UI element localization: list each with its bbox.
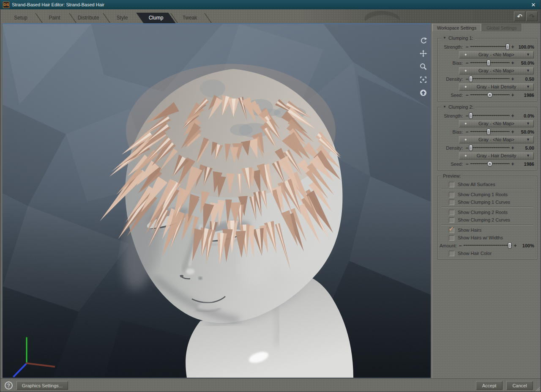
slider-plus[interactable]: +: [511, 77, 515, 81]
tab-clump[interactable]: Clump: [139, 13, 173, 23]
zoom-icon[interactable]: [418, 61, 428, 71]
slider-plus[interactable]: +: [513, 244, 517, 248]
slider-plus[interactable]: +: [511, 93, 515, 97]
frame-icon[interactable]: [418, 74, 428, 85]
title-bar: DS Strand-Based Hair Editor: Strand-Base…: [0, 0, 541, 9]
slider-handle[interactable]: [487, 161, 493, 167]
panel-tab-workspace-settings[interactable]: Workspace Settings: [432, 24, 481, 31]
dropdown-value: Gray - Hair Density: [477, 153, 516, 158]
checkbox-show-clumping-1-curves[interactable]: [449, 200, 454, 205]
checkbox-show-hairs-w-widths[interactable]: [449, 235, 454, 241]
map-dropdown[interactable]: ●Gray - Hair Density▼: [459, 152, 534, 159]
chevron-down-icon: ▼: [526, 137, 530, 143]
dropdown-row: ●Gray - Hair Density▼: [439, 83, 536, 91]
slider-handle[interactable]: [506, 44, 510, 50]
slider-value: 100.0%: [515, 44, 534, 49]
slider-handle[interactable]: [487, 60, 491, 66]
slider-handle[interactable]: [469, 145, 473, 151]
group-preview: Preview:Show All SurfacesShow Clumping 1…: [437, 176, 537, 260]
help-button[interactable]: ?: [5, 381, 13, 389]
slider-handle[interactable]: [487, 92, 493, 98]
slider-track[interactable]: [469, 161, 511, 167]
dropdown-value: Gray - Hair Density: [477, 84, 516, 89]
cancel-button[interactable]: Cancel: [506, 381, 533, 390]
panel-tab-global-settings[interactable]: Global Settings: [482, 24, 521, 31]
dropdown-row: ●Gray - Hair Density▼: [439, 152, 536, 160]
slider-handle[interactable]: [508, 242, 511, 249]
toolbar: SetupPaintDistributeStyleClumpTweak ↶ ↷: [0, 9, 541, 23]
slider-minus[interactable]: −: [458, 244, 462, 248]
tab-distribute[interactable]: Distribute: [71, 13, 105, 23]
slider-handle[interactable]: [469, 112, 473, 119]
dropdown-bullet-icon: ●: [464, 137, 467, 143]
slider-label: Bias:: [440, 129, 465, 134]
slider-minus[interactable]: −: [465, 93, 469, 97]
panel-groups: ▼Clumping 1:Strength:−+100.0%●Gray - <No…: [432, 31, 541, 260]
slider-minus[interactable]: −: [465, 130, 469, 134]
cancel-label: Cancel: [512, 383, 527, 388]
slider-track[interactable]: [469, 44, 511, 50]
viewport-3d[interactable]: [2, 23, 431, 378]
slider-track[interactable]: [469, 92, 511, 98]
tab-setup[interactable]: Setup: [4, 13, 38, 23]
map-dropdown[interactable]: ●Gray - <No Map>▼: [459, 51, 534, 58]
slider-plus[interactable]: +: [511, 114, 515, 118]
slider-plus[interactable]: +: [511, 162, 515, 166]
slider-track[interactable]: [469, 145, 511, 151]
redo-icon: ↷: [529, 13, 535, 20]
redo-button[interactable]: ↷: [526, 11, 538, 21]
checkbox-label: Show Hairs w/ Widths: [458, 235, 503, 240]
slider-track[interactable]: [469, 76, 511, 82]
slider-plus[interactable]: +: [511, 61, 515, 65]
close-icon[interactable]: ✕: [529, 2, 538, 8]
slider-minus[interactable]: −: [465, 162, 469, 166]
map-dropdown[interactable]: ●Gray - <No Map>▼: [459, 136, 534, 143]
dropdown-bullet-icon: ●: [464, 84, 467, 90]
checkbox-show-clumping-2-curves[interactable]: [449, 217, 454, 223]
home-icon[interactable]: [418, 88, 428, 98]
slider-value: 0.50: [515, 77, 534, 82]
slider-minus[interactable]: −: [465, 45, 469, 49]
checkbox-show-hairs[interactable]: ✓: [449, 228, 454, 233]
orbit-icon[interactable]: [418, 35, 428, 45]
undo-button[interactable]: ↶: [514, 11, 525, 21]
slider-handle[interactable]: [469, 76, 473, 82]
panel-tab-bar: Workspace SettingsGlobal Settings: [432, 24, 541, 31]
checkbox-show-hair-color[interactable]: [449, 251, 454, 256]
slider-plus[interactable]: +: [511, 146, 515, 150]
slider-track[interactable]: [469, 129, 511, 135]
collapse-icon[interactable]: ▼: [443, 35, 446, 41]
slider-plus[interactable]: +: [511, 45, 515, 49]
map-dropdown[interactable]: ●Gray - Hair Density▼: [459, 83, 534, 90]
slider-label: Bias:: [440, 60, 465, 66]
slider-row-seed: Seed:−+1986: [439, 91, 536, 99]
dropdown-value: Gray - <No Map>: [478, 137, 514, 142]
collapse-icon[interactable]: ▼: [443, 104, 446, 110]
checkbox-show-clumping-2-roots[interactable]: [449, 210, 454, 215]
checkbox-row-show-clumping-2-roots: Show Clumping 2 Roots: [439, 208, 536, 216]
tab-paint[interactable]: Paint: [38, 13, 71, 23]
tab-style[interactable]: Style: [105, 13, 139, 23]
resize-grip[interactable]: [535, 387, 540, 392]
slider-track[interactable]: [469, 112, 511, 119]
slider-track[interactable]: [469, 60, 511, 66]
checkbox-row-show-clumping-1-curves: Show Clumping 1 Curves: [439, 198, 536, 206]
map-dropdown[interactable]: ●Gray - <No Map>▼: [459, 120, 534, 127]
slider-handle[interactable]: [487, 129, 491, 135]
slider-value: 1986: [515, 162, 534, 167]
map-dropdown[interactable]: ●Gray - <No Map>▼: [459, 67, 534, 74]
graphics-settings-button[interactable]: Graphics Settings...: [16, 381, 68, 390]
tab-label: Paint: [38, 13, 71, 23]
slider-track-line: [470, 46, 510, 47]
slider-plus[interactable]: +: [511, 130, 515, 134]
tab-tweak[interactable]: Tweak: [173, 13, 207, 23]
checkbox-show-all-surfaces[interactable]: [449, 182, 454, 187]
footer-bar: ? Graphics Settings... Accept Cancel: [0, 378, 541, 392]
accept-button[interactable]: Accept: [476, 381, 503, 390]
pan-icon[interactable]: [418, 48, 428, 58]
slider-minus[interactable]: −: [465, 61, 469, 65]
slider-row-strength: Strength:−+0.0%: [439, 112, 536, 120]
slider-track[interactable]: [462, 242, 513, 249]
checkbox-show-clumping-1-roots[interactable]: [449, 192, 454, 197]
slider-row-bias: Bias:−+50.0%: [439, 59, 536, 67]
